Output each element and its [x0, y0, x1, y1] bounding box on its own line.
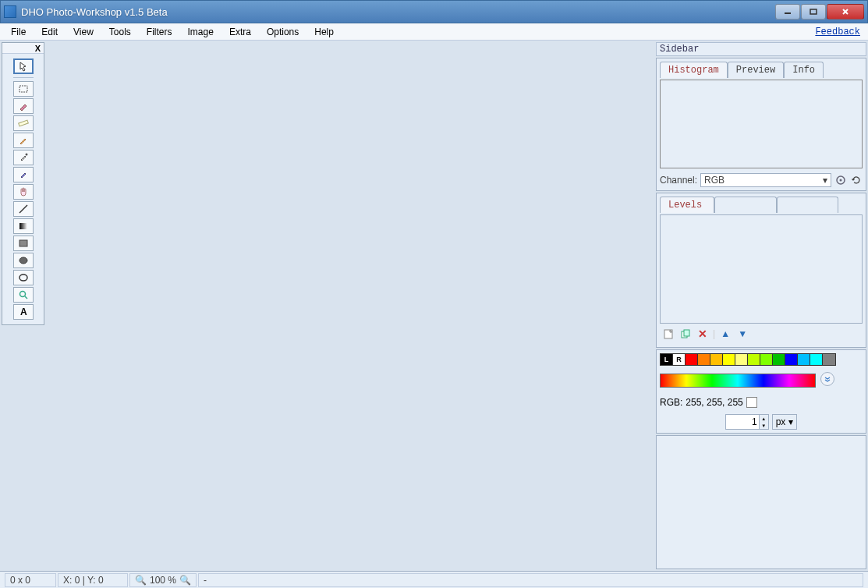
- tool-ruler[interactable]: [13, 115, 34, 131]
- swatch-1[interactable]: R: [673, 354, 686, 365]
- tool-brush[interactable]: [13, 98, 34, 114]
- swatch-3[interactable]: [698, 354, 710, 365]
- tab-histogram[interactable]: Histogram: [660, 62, 728, 78]
- canvas-area[interactable]: [50, 42, 654, 569]
- svg-rect-4: [19, 86, 27, 92]
- swatch-9[interactable]: [773, 354, 785, 365]
- tool-zoom[interactable]: [13, 287, 34, 303]
- sidebar: Sidebar HistogramPreviewInfo Channel: RG…: [656, 42, 866, 569]
- menu-filters[interactable]: Filters: [139, 24, 180, 40]
- zoom-in-icon[interactable]: 🔍: [179, 575, 191, 586]
- gear-icon[interactable]: [834, 174, 847, 186]
- chevron-down-icon: ▾: [788, 416, 793, 427]
- rgb-value: 255, 255, 255: [686, 397, 742, 408]
- svg-rect-1: [810, 9, 817, 14]
- toolbox: X A: [2, 42, 44, 325]
- menu-file[interactable]: File: [3, 24, 34, 40]
- color-swatches: LR: [660, 353, 836, 366]
- svg-rect-19: [684, 330, 689, 336]
- tool-ellipse-outline[interactable]: [13, 270, 34, 285]
- menu-view[interactable]: View: [66, 24, 101, 40]
- channel-label: Channel:: [660, 175, 697, 186]
- maximize-button[interactable]: [801, 4, 826, 19]
- tool-pointer[interactable]: [13, 58, 34, 74]
- levels-toolbar: ✕ | ▲ ▼: [660, 324, 863, 344]
- menu-tools[interactable]: Tools: [101, 24, 139, 40]
- tab-empty-1[interactable]: [714, 197, 777, 213]
- swatch-4[interactable]: [710, 354, 723, 365]
- size-decrement[interactable]: ▼: [760, 422, 768, 429]
- main-area: X A Sidebar HistogramPreviewInfo Channel…: [0, 41, 868, 571]
- tool-marquee[interactable]: [13, 81, 34, 97]
- swatch-11[interactable]: [798, 354, 810, 365]
- tool-pencil[interactable]: [13, 133, 34, 148]
- histogram-display: [660, 80, 863, 168]
- swatch-2[interactable]: [686, 354, 698, 365]
- new-layer-icon[interactable]: [661, 327, 675, 341]
- titlebar: DHO Photo-Workshop v1.5 Beta: [0, 0, 868, 23]
- menu-extra[interactable]: Extra: [221, 24, 259, 40]
- tool-rectangle[interactable]: [13, 236, 34, 251]
- swatch-7[interactable]: [748, 354, 760, 365]
- tool-hand[interactable]: [13, 184, 34, 200]
- levels-panel: Levels ✕ | ▲ ▼: [656, 193, 866, 348]
- swatch-13[interactable]: [823, 354, 835, 365]
- toolbox-close-button[interactable]: X: [35, 44, 41, 53]
- menu-image[interactable]: Image: [180, 24, 221, 40]
- move-up-icon[interactable]: ▲: [718, 327, 732, 341]
- status-dimensions: 0 x 0: [5, 573, 56, 587]
- levels-display: [660, 214, 863, 324]
- color-gradient[interactable]: [660, 374, 816, 388]
- move-down-icon[interactable]: ▼: [735, 327, 749, 341]
- window-title: DHO Photo-Workshop v1.5 Beta: [21, 6, 775, 18]
- refresh-icon[interactable]: [850, 174, 863, 186]
- unit-select[interactable]: px▾: [772, 414, 798, 430]
- window-controls: [775, 4, 864, 19]
- tab-preview[interactable]: Preview: [728, 62, 784, 78]
- tool-gradient[interactable]: [13, 218, 34, 234]
- swatch-10[interactable]: [785, 354, 798, 365]
- tool-ellipse-filled[interactable]: [13, 253, 34, 268]
- toolbox-header: X: [2, 43, 44, 54]
- minimize-button[interactable]: [775, 4, 800, 19]
- chevron-down-icon: ▾: [823, 175, 827, 186]
- menubar: FileEditViewToolsFiltersImageExtraOption…: [0, 23, 868, 41]
- expand-icon[interactable]: [820, 372, 834, 386]
- swatch-5[interactable]: [723, 354, 735, 365]
- svg-point-10: [19, 257, 27, 264]
- swatch-8[interactable]: [760, 354, 773, 365]
- channel-select[interactable]: RGB ▾: [700, 173, 831, 187]
- rgb-sample-swatch: [746, 397, 757, 408]
- sidebar-title: Sidebar: [656, 42, 866, 56]
- tool-picker[interactable]: [13, 167, 34, 182]
- menu-edit[interactable]: Edit: [34, 24, 66, 40]
- svg-text:A: A: [20, 306, 27, 317]
- svg-line-13: [25, 296, 27, 299]
- tab-empty-2[interactable]: [777, 197, 839, 213]
- copy-layer-icon[interactable]: [678, 327, 693, 341]
- swatch-0[interactable]: L: [661, 354, 673, 365]
- tool-line[interactable]: [13, 201, 34, 217]
- feedback-link[interactable]: Feedback: [815, 27, 860, 37]
- size-increment[interactable]: ▲: [760, 415, 768, 422]
- tab-info[interactable]: Info: [784, 62, 824, 78]
- tab-levels[interactable]: Levels: [660, 197, 714, 213]
- menu-options[interactable]: Options: [259, 24, 306, 40]
- statusbar: 0 x 0 X: 0 | Y: 0 🔍 100 % 🔍 -: [0, 571, 868, 588]
- svg-point-16: [840, 179, 842, 182]
- menu-help[interactable]: Help: [306, 24, 342, 40]
- close-button[interactable]: [827, 4, 864, 19]
- rgb-label: RGB:: [660, 397, 682, 408]
- svg-rect-5: [18, 120, 28, 126]
- tool-text[interactable]: A: [13, 304, 34, 320]
- status-coords: X: 0 | Y: 0: [58, 573, 128, 587]
- delete-layer-icon[interactable]: ✕: [696, 327, 710, 341]
- zoom-out-icon[interactable]: 🔍: [135, 575, 147, 586]
- size-input[interactable]: 1 ▲ ▼: [725, 414, 769, 430]
- swatch-12[interactable]: [810, 354, 823, 365]
- swatch-6[interactable]: [735, 354, 748, 365]
- svg-point-6: [25, 154, 27, 156]
- status-zoom: 🔍 100 % 🔍: [129, 573, 197, 587]
- svg-point-11: [19, 275, 27, 281]
- tool-eyedropper[interactable]: [13, 150, 34, 165]
